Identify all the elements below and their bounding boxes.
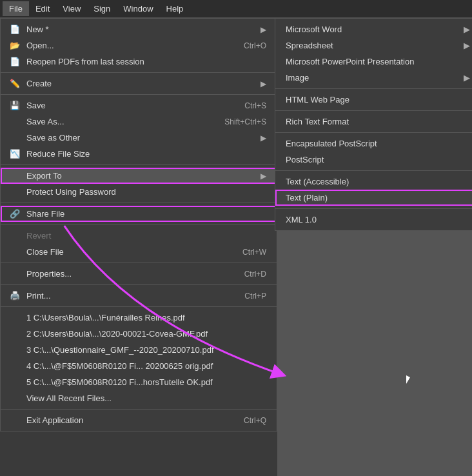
- menu-viewrecent[interactable]: View All Recent Files...: [1, 390, 277, 406]
- menu-viewrecent-label: View All Recent Files...: [26, 393, 266, 403]
- print-icon: 🖨️: [8, 290, 21, 302]
- menu-reopen-label: Reopen PDFs from last session: [26, 57, 266, 66]
- menu-recent3-label: 3 C:\...\Questionnaire_GMF_--2020_202007…: [26, 345, 266, 355]
- menu-saveas-label: Save As...: [26, 117, 199, 126]
- menu-reopen[interactable]: 📄 Reopen PDFs from last session: [1, 54, 277, 70]
- menu-close-label: Close File: [26, 247, 217, 257]
- menubar-view[interactable]: View: [56, 1, 87, 16]
- menu-save[interactable]: 💾 Save Ctrl+S: [1, 97, 277, 114]
- create-icon: ✏️: [8, 77, 21, 90]
- sub-msword[interactable]: Microsoft Word ▶: [275, 21, 472, 37]
- reduce-icon: 📉: [8, 148, 21, 161]
- recent3-icon: [8, 344, 21, 357]
- menu-properties-label: Properties...: [26, 269, 219, 279]
- menu-recent5[interactable]: 5 C:\...\@F$5M0608R0120 Fi...horsTutelle…: [1, 374, 277, 390]
- saveas-shortcut: Shift+Ctrl+S: [224, 117, 266, 126]
- menubar-help[interactable]: Help: [160, 1, 190, 16]
- sub-image-arrow: ▶: [464, 73, 470, 83]
- properties-icon: [8, 268, 21, 281]
- sub-ps-label: PostScript: [286, 155, 324, 164]
- menu-exit[interactable]: Exit Application Ctrl+Q: [1, 412, 277, 428]
- exit-icon: [8, 414, 21, 427]
- menu-open-label: Open...: [26, 41, 218, 50]
- menu-recent1[interactable]: 1 C:\Users\Boula\...\Funérailles Reines.…: [1, 310, 277, 326]
- sub-textacc[interactable]: Text (Accessible): [275, 174, 472, 190]
- menu-recent3[interactable]: 3 C:\...\Questionnaire_GMF_--2020_202007…: [1, 342, 277, 358]
- sub-textplain[interactable]: Text (Plain): [275, 190, 472, 206]
- sub-pptx-label: Microsoft PowerPoint Presentation: [286, 57, 414, 66]
- menu-open[interactable]: 📂 Open... Ctrl+O: [1, 37, 277, 54]
- menubar-window[interactable]: Window: [117, 1, 159, 16]
- sub-xml-label: XML 1.0: [286, 215, 317, 224]
- menubar-sign[interactable]: Sign: [87, 1, 117, 16]
- revert-icon: [8, 230, 21, 243]
- sub-textacc-label: Text (Accessible): [286, 177, 349, 186]
- menubar-edit[interactable]: Edit: [29, 1, 56, 16]
- menu-recent2[interactable]: 2 C:\Users\Boula\...\2020-00021-Covea-GM…: [1, 326, 277, 342]
- open-icon: 📂: [8, 39, 21, 52]
- export-icon: [8, 170, 21, 183]
- sep7: [1, 284, 277, 285]
- menu-saveother[interactable]: Save as Other ▶: [1, 130, 277, 146]
- create-arrow: ▶: [261, 79, 266, 88]
- menubar: File Edit View Sign Window Help: [0, 0, 472, 18]
- sub-sep1: [275, 88, 472, 89]
- properties-shortcut: Ctrl+D: [244, 270, 266, 279]
- export-submenu: Microsoft Word ▶ Spreadsheet ▶ Microsoft…: [275, 18, 472, 231]
- share-icon: 🔗: [8, 208, 21, 221]
- menu-export-label: Export To: [26, 171, 261, 181]
- menu-new-label: New *: [26, 25, 261, 34]
- sep8: [1, 306, 277, 307]
- sub-msword-arrow: ▶: [464, 25, 470, 34]
- sub-eps-label: Encapsulated PostScript: [286, 139, 377, 148]
- menu-export[interactable]: Export To ▶: [1, 168, 277, 184]
- menu-create-label: Create: [26, 79, 261, 88]
- sub-sep2: [275, 110, 472, 111]
- sub-rtf[interactable]: Rich Text Format: [275, 114, 472, 130]
- save-shortcut: Ctrl+S: [244, 101, 266, 110]
- menu-create[interactable]: ✏️ Create ▶: [1, 75, 277, 92]
- menu-recent5-label: 5 C:\...\@F$5M0608R0120 Fi...horsTutelle…: [26, 377, 266, 387]
- protect-icon: [8, 186, 21, 199]
- menu-recent4[interactable]: 4 C:\...\@F$5M0608R0120 Fi... 20200625 o…: [1, 358, 277, 374]
- menu-new[interactable]: 📄 New * ▶: [1, 21, 277, 37]
- sub-sep3: [275, 132, 472, 133]
- menu-revert[interactable]: Revert: [1, 228, 277, 244]
- sub-ps[interactable]: PostScript: [275, 152, 472, 168]
- menu-revert-label: Revert: [26, 231, 266, 241]
- open-shortcut: Ctrl+O: [244, 41, 266, 50]
- saveother-icon: [8, 132, 21, 144]
- sub-html-label: HTML Web Page: [286, 95, 349, 104]
- menu-print[interactable]: 🖨️ Print... Ctrl+P: [1, 288, 277, 304]
- sep5: [1, 224, 277, 225]
- sep4: [1, 203, 277, 203]
- menu-saveas[interactable]: Save As... Shift+Ctrl+S: [1, 114, 277, 130]
- menubar-file[interactable]: File: [3, 1, 29, 16]
- menu-recent4-label: 4 C:\...\@F$5M0608R0120 Fi... 20200625 o…: [26, 361, 266, 371]
- reopen-icon: 📄: [8, 55, 21, 68]
- menu-reduce-label: Reduce File Size: [26, 149, 266, 159]
- recent2-icon: [8, 328, 21, 341]
- menu-reduce[interactable]: 📉 Reduce File Size: [1, 146, 277, 162]
- sep9: [1, 409, 277, 410]
- close-shortcut: Ctrl+W: [242, 248, 266, 257]
- sep1: [1, 72, 277, 73]
- sub-eps[interactable]: Encapsulated PostScript: [275, 135, 472, 152]
- menu-share[interactable]: 🔗 Share File: [1, 206, 277, 222]
- menu-protect[interactable]: Protect Using Password: [1, 184, 277, 200]
- sep3: [1, 164, 277, 165]
- menu-exit-label: Exit Application: [26, 415, 218, 425]
- menu-close[interactable]: Close File Ctrl+W: [1, 244, 277, 260]
- sub-image[interactable]: Image ▶: [275, 70, 472, 86]
- close-icon: [8, 246, 21, 259]
- menu-properties[interactable]: Properties... Ctrl+D: [1, 266, 277, 282]
- menu-recent1-label: 1 C:\Users\Boula\...\Funérailles Reines.…: [26, 313, 266, 322]
- sub-xml[interactable]: XML 1.0: [275, 212, 472, 228]
- sub-spreadsheet-label: Spreadsheet: [286, 41, 333, 50]
- export-arrow: ▶: [261, 172, 266, 181]
- sub-pptx[interactable]: Microsoft PowerPoint Presentation: [275, 54, 472, 70]
- sub-spreadsheet[interactable]: Spreadsheet ▶: [275, 37, 472, 54]
- sub-rtf-label: Rich Text Format: [286, 117, 349, 126]
- sub-sep4: [275, 170, 472, 171]
- sub-html[interactable]: HTML Web Page: [275, 92, 472, 108]
